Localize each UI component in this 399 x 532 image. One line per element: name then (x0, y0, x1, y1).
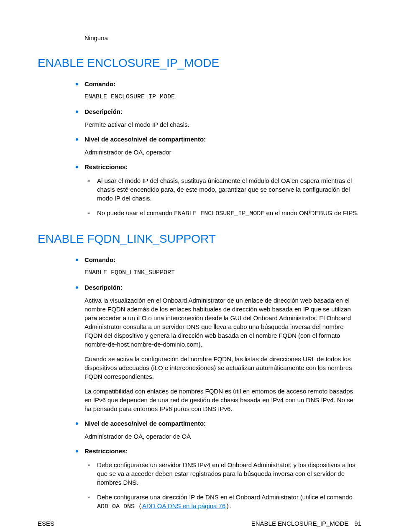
heading-enable-enclosure-ip-mode: ENABLE ENCLOSURE_IP_MODE (38, 55, 361, 71)
text-nivel: Administrador de OA, operador de OA (84, 432, 361, 441)
item-descripcion: Descripción: Activa la visualización en … (72, 283, 361, 413)
footer-page-number: 91 (354, 519, 361, 528)
restriction-text-b: en el modo ON/DEBUG de FIPS. (264, 209, 358, 216)
label-comando: Comando: (84, 80, 115, 87)
restriction-text-b: . (229, 502, 231, 509)
restriction-item: Debe configurarse una dirección IP de DN… (84, 493, 361, 511)
text-descripcion: Permite activar el modo IP del chasis. (84, 120, 361, 129)
orphan-text: Ninguna (84, 33, 361, 42)
item-nivel: Nivel de acceso/nivel de compartimento: … (72, 135, 361, 157)
label-nivel: Nivel de acceso/nivel de compartimento: (84, 420, 206, 427)
label-descripcion: Descripción: (84, 284, 123, 291)
item-restricciones: Restricciones: Debe configurarse un serv… (72, 447, 361, 511)
code-comando: ENABLE FQDN_LINK_SUPPORT (84, 268, 361, 277)
item-descripcion: Descripción: Permite activar el modo IP … (72, 107, 361, 129)
link-add-oa-dns[interactable]: ADD OA DNS en la página 76 (142, 502, 225, 509)
section-enable-fqdn-link-support: ENABLE FQDN_LINK_SUPPORT Comando: ENABLE… (38, 231, 361, 511)
desc-paragraph: La compatibilidad con enlaces de nombres… (84, 387, 361, 413)
page-footer: ESES ENABLE ENCLOSURE_IP_MODE 91 (38, 519, 361, 528)
label-restricciones: Restricciones: (84, 163, 128, 170)
restriction-item: Al usar el modo IP del chasis, sustituya… (84, 176, 361, 203)
item-comando: Comando: ENABLE FQDN_LINK_SUPPORT (72, 255, 361, 277)
desc-paragraph: Activa la visualización en el Onboard Ad… (84, 296, 361, 349)
item-comando: Comando: ENABLE ENCLOSURE_IP_MODE (72, 80, 361, 101)
label-restricciones: Restricciones: (84, 447, 128, 455)
item-restricciones: Restricciones: Al usar el modo IP del ch… (72, 162, 361, 218)
restriction-text: Al usar el modo IP del chasis, sustituya… (97, 177, 352, 202)
restriction-text-a: No puede usar el comando (97, 209, 174, 216)
restriction-text: Debe configurarse un servidor DNS IPv4 e… (97, 461, 356, 486)
footer-left: ESES (38, 519, 54, 528)
heading-enable-fqdn-link-support: ENABLE FQDN_LINK_SUPPORT (38, 231, 361, 247)
restriction-text-a: Debe configurarse una dirección IP de DN… (97, 493, 353, 501)
label-comando: Comando: (84, 256, 115, 263)
paren-close: ) (225, 503, 229, 510)
section-enable-enclosure-ip-mode: ENABLE ENCLOSURE_IP_MODE Comando: ENABLE… (38, 55, 361, 218)
restriction-item: No puede usar el comando ENABLE ENCLOSUR… (84, 208, 361, 218)
paren-open: ( (135, 503, 142, 510)
label-nivel: Nivel de acceso/nivel de compartimento: (84, 136, 206, 143)
desc-paragraph: Cuando se activa la configuración del no… (84, 355, 361, 381)
label-descripcion: Descripción: (84, 108, 123, 115)
code-comando: ENABLE ENCLOSURE_IP_MODE (84, 93, 361, 101)
restriction-code: ENABLE ENCLOSURE_IP_MODE (174, 210, 264, 217)
footer-section-title: ENABLE ENCLOSURE_IP_MODE (251, 519, 349, 528)
item-nivel: Nivel de acceso/nivel de compartimento: … (72, 419, 361, 441)
restriction-code: ADD OA DNS (97, 503, 135, 510)
restriction-item: Debe configurarse un servidor DNS IPv4 e… (84, 460, 361, 487)
text-nivel: Administrador de OA, operador (84, 148, 361, 157)
